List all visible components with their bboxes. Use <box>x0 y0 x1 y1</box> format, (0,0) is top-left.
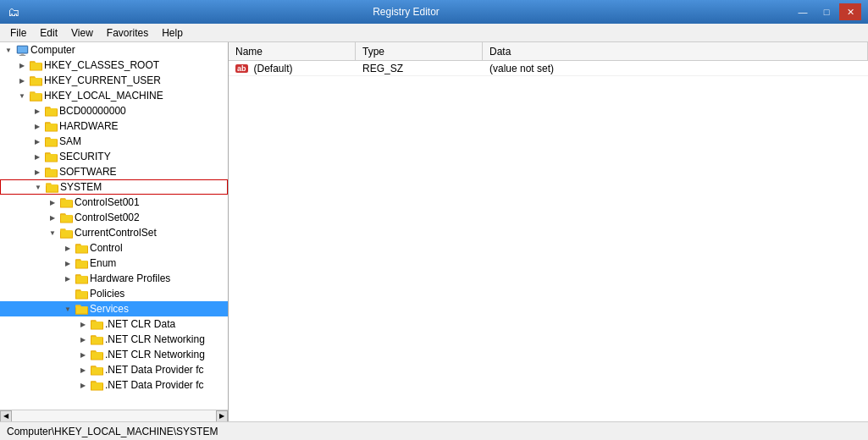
folder-icon-hklm <box>29 90 42 102</box>
tree-label-netclrnetworking2: .NET CLR Networking <box>105 349 205 360</box>
tree-label-netclrdata: .NET CLR Data <box>105 318 175 330</box>
expand-icon-system[interactable]: ▼ <box>31 179 45 195</box>
tree-label-controlset002: ControlSet002 <box>75 212 140 223</box>
tree-label-netdataprovider2: .NET Data Provider fc <box>105 379 203 391</box>
scroll-left-button[interactable]: ◀ <box>0 410 12 422</box>
tree-label-hkcu: HKEY_CURRENT_USER <box>44 74 161 86</box>
window-controls: — □ ✕ <box>792 3 861 20</box>
svg-rect-3 <box>19 55 25 56</box>
tree-label-hwprofiles: Hardware Profiles <box>90 272 170 284</box>
tree-node-hkcu[interactable]: ▶ HKEY_CURRENT_USER <box>0 73 228 88</box>
tree-node-system[interactable]: ▼ SYSTEM <box>0 179 228 195</box>
scroll-track[interactable] <box>12 410 216 422</box>
svg-rect-51 <box>60 230 71 237</box>
tree-node-netdataprovider1[interactable]: ▶ .NET Data Provider fc <box>0 362 228 377</box>
folder-icon-hkcu <box>29 74 42 86</box>
folder-icon-system <box>45 181 58 193</box>
tree-node-hardware[interactable]: ▶ HARDWARE <box>0 118 228 134</box>
folder-icon-controlset001 <box>59 196 73 208</box>
minimize-button[interactable]: — <box>792 3 814 20</box>
folder-icon-control <box>75 242 88 254</box>
tree-node-netclrdata[interactable]: ▶ .NET CLR Data <box>0 316 228 332</box>
expand-icon-hwprofiles[interactable]: ▶ <box>61 271 75 286</box>
expand-icon-software[interactable]: ▶ <box>30 164 44 179</box>
tree-node-controlset001[interactable]: ▶ ControlSet001 <box>0 195 228 210</box>
tree-node-computer[interactable]: ▼ Computer <box>0 42 228 58</box>
expand-icon-controlset002[interactable]: ▶ <box>46 210 59 225</box>
scroll-right-button[interactable]: ▶ <box>216 410 228 422</box>
svg-rect-31 <box>45 154 56 161</box>
menu-item-file[interactable]: File <box>3 25 33 41</box>
tree-pane: ▼ Computer▶ HKEY_CLASSES_ROOT▶ HKEY_CURR… <box>0 42 229 421</box>
tree-node-security[interactable]: ▶ SECURITY <box>0 149 228 164</box>
name-column-header[interactable]: Name <box>229 42 356 60</box>
tree-label-netclrnetworking1: .NET CLR Networking <box>105 333 205 345</box>
tree-node-enum[interactable]: ▶ Enum <box>0 256 228 271</box>
expand-icon-netdataprovider1[interactable]: ▶ <box>76 362 90 377</box>
folder-icon-hkcr <box>29 59 42 71</box>
expand-icon-hardware[interactable]: ▶ <box>30 118 44 134</box>
expand-icon-netclrnetworking2[interactable]: ▶ <box>76 347 90 362</box>
tree-node-currentcontrolset[interactable]: ▼ CurrentControlSet <box>0 225 228 240</box>
tree-label-hklm: HKEY_LOCAL_MACHINE <box>44 90 163 102</box>
tree-node-services[interactable]: ▼ Services <box>0 301 228 316</box>
expand-icon-currentcontrolset[interactable]: ▼ <box>46 225 59 240</box>
expand-icon-bcd[interactable]: ▶ <box>30 103 44 118</box>
folder-icon-netclrnetworking2 <box>90 349 103 360</box>
expand-icon-hkcu[interactable]: ▶ <box>15 73 29 88</box>
tree-node-control[interactable]: ▶ Control <box>0 240 228 256</box>
horizontal-scrollbar[interactable]: ◀ ▶ <box>0 410 228 421</box>
expand-icon-controlset001[interactable]: ▶ <box>46 195 59 210</box>
expand-icon-hkcr[interactable]: ▶ <box>15 58 29 73</box>
menu-item-help[interactable]: Help <box>155 25 190 41</box>
menu-item-view[interactable]: View <box>64 25 100 41</box>
tree-scroll[interactable]: ▼ Computer▶ HKEY_CLASSES_ROOT▶ HKEY_CURR… <box>0 42 228 410</box>
tree-node-bcd[interactable]: ▶ BCD00000000 <box>0 103 228 118</box>
expand-icon-control[interactable]: ▶ <box>61 240 75 256</box>
type-cell: REG_SZ <box>356 63 483 74</box>
folder-icon-policies <box>75 288 88 300</box>
value-type-icon: ab <box>235 64 248 73</box>
maximize-button[interactable]: □ <box>815 3 838 20</box>
svg-rect-91 <box>91 382 102 389</box>
folder-icon-currentcontrolset <box>59 227 73 239</box>
menu-item-favorites[interactable]: Favorites <box>100 25 155 41</box>
menu-item-edit[interactable]: Edit <box>33 25 64 41</box>
tree-node-software[interactable]: ▶ SOFTWARE <box>0 164 228 179</box>
tree-node-sam[interactable]: ▶ SAM <box>0 134 228 149</box>
expand-icon-sam[interactable]: ▶ <box>30 134 44 149</box>
tree-label-controlset001: ControlSet001 <box>75 196 140 208</box>
data-column-header[interactable]: Data <box>483 42 868 60</box>
close-button[interactable]: ✕ <box>839 3 861 20</box>
folder-icon-netclrdata <box>90 318 103 330</box>
expand-icon-hklm[interactable]: ▼ <box>15 88 29 103</box>
expand-icon-policies[interactable] <box>61 286 75 301</box>
expand-icon-computer[interactable]: ▼ <box>2 42 15 58</box>
expand-icon-security[interactable]: ▶ <box>30 149 44 164</box>
tree-node-hklm[interactable]: ▼ HKEY_LOCAL_MACHINE <box>0 88 228 103</box>
expand-icon-netclrdata[interactable]: ▶ <box>76 316 90 332</box>
svg-rect-35 <box>45 169 56 176</box>
tree-node-controlset002[interactable]: ▶ ControlSet002 <box>0 210 228 225</box>
tree-node-netclrnetworking2[interactable]: ▶ .NET CLR Networking <box>0 347 228 362</box>
expand-icon-netclrnetworking1[interactable]: ▶ <box>76 332 90 347</box>
expand-icon-enum[interactable]: ▶ <box>61 256 75 271</box>
tree-node-netclrnetworking1[interactable]: ▶ .NET CLR Networking <box>0 332 228 347</box>
app-icon: 🗂 <box>7 5 20 19</box>
tree-node-hkcr[interactable]: ▶ HKEY_CLASSES_ROOT <box>0 58 228 73</box>
table-row[interactable]: ab(Default)REG_SZ(value not set) <box>229 61 868 76</box>
type-column-header[interactable]: Type <box>356 42 483 60</box>
tree-label-services: Services <box>90 303 129 315</box>
tree-node-hwprofiles[interactable]: ▶ Hardware Profiles <box>0 271 228 286</box>
svg-rect-2 <box>20 53 24 55</box>
expand-icon-services[interactable]: ▼ <box>61 301 75 316</box>
tree-node-policies[interactable]: Policies <box>0 286 228 301</box>
svg-rect-83 <box>91 352 102 359</box>
tree-node-netdataprovider2[interactable]: ▶ .NET Data Provider fc <box>0 377 228 393</box>
value-name: (Default) <box>254 63 293 74</box>
tree-label-security: SECURITY <box>59 151 111 162</box>
folder-icon-netclrnetworking1 <box>90 333 103 345</box>
folder-icon-netdataprovider2 <box>90 379 103 391</box>
expand-icon-netdataprovider2[interactable]: ▶ <box>76 377 90 393</box>
tree-label-policies: Policies <box>90 288 124 300</box>
